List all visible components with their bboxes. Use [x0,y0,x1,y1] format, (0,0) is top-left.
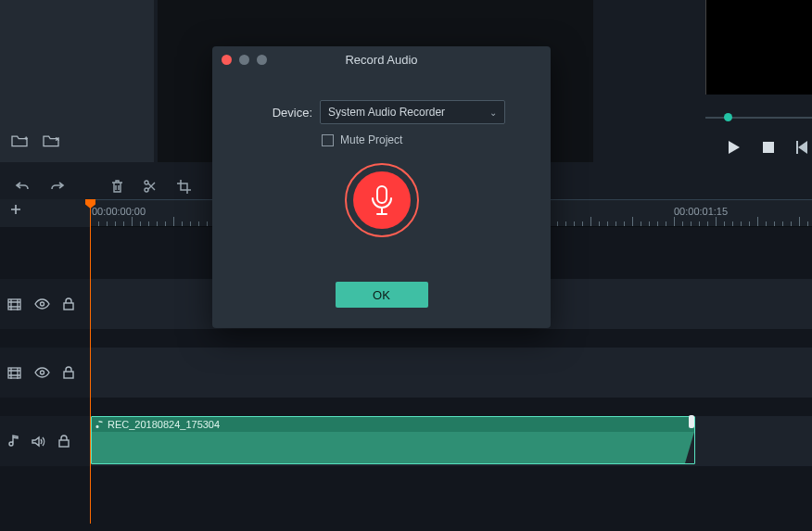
video-preview [705,0,812,95]
add-marker-icon[interactable] [9,203,22,216]
preview-progress[interactable] [705,111,812,124]
record-button[interactable] [345,163,419,237]
svg-marker-0 [729,141,740,154]
crop-icon[interactable] [177,180,191,194]
mute-project-label: Mute Project [340,133,402,146]
svg-rect-6 [8,299,20,310]
audio-track-lane[interactable]: REC_20180824_175304 [90,416,812,466]
ruler-time-1: 00:00:01:15 [674,206,728,217]
record-audio-dialog: Record Audio Device: System Audio Record… [212,46,551,328]
svg-point-4 [145,181,148,184]
eye-icon[interactable] [34,298,50,310]
dialog-titlebar[interactable]: Record Audio [212,46,551,74]
play-button[interactable] [729,141,741,154]
video-track-2-lane[interactable] [90,348,812,398]
lock-icon[interactable] [63,366,74,379]
clip-trim-handle[interactable] [689,415,694,428]
device-select[interactable]: System Audio Recorder ⌄ [320,100,505,124]
svg-rect-12 [59,440,69,447]
audio-clip-label: REC_20180824_175304 [108,419,220,430]
filmstrip-icon[interactable] [7,367,21,379]
video-track-head [0,289,89,319]
svg-rect-1 [763,142,774,153]
mute-project-checkbox[interactable] [322,134,334,146]
ok-button[interactable]: OK [336,282,428,308]
music-note-icon[interactable] [7,435,19,448]
audio-clip[interactable]: REC_20180824_175304 [91,416,695,464]
video-track-2-head [0,358,89,387]
svg-rect-13 [377,186,387,203]
lock-icon[interactable] [58,435,70,448]
chevron-down-icon: ⌄ [489,107,497,118]
eye-icon[interactable] [34,367,50,378]
speaker-icon[interactable] [32,436,45,448]
new-folder-icon[interactable] [10,133,29,148]
svg-point-7 [41,302,44,306]
audio-clip-icon [95,420,104,430]
playhead[interactable] [90,199,91,524]
redo-icon[interactable] [50,180,65,193]
lock-icon[interactable] [63,297,74,310]
delete-icon[interactable] [111,180,123,194]
audio-track-head [0,426,89,456]
svg-rect-11 [64,372,73,378]
svg-rect-9 [8,368,20,378]
svg-point-10 [41,371,44,374]
ruler-time-0: 00:00:00:00 [92,206,146,217]
svg-rect-3 [796,141,798,154]
delete-folder-icon[interactable] [42,133,60,148]
device-label: Device: [233,106,312,120]
svg-marker-2 [798,141,807,154]
microphone-icon [369,184,395,216]
ok-button-label: OK [373,288,390,302]
dialog-title: Record Audio [212,53,551,67]
split-icon[interactable] [144,180,157,193]
stop-button[interactable] [763,142,774,153]
svg-rect-8 [64,303,73,310]
device-select-value: System Audio Recorder [328,106,445,119]
step-back-button[interactable] [796,141,808,154]
svg-point-5 [145,188,148,192]
undo-icon[interactable] [15,180,30,193]
filmstrip-icon[interactable] [7,298,21,310]
progress-knob[interactable] [724,113,732,121]
